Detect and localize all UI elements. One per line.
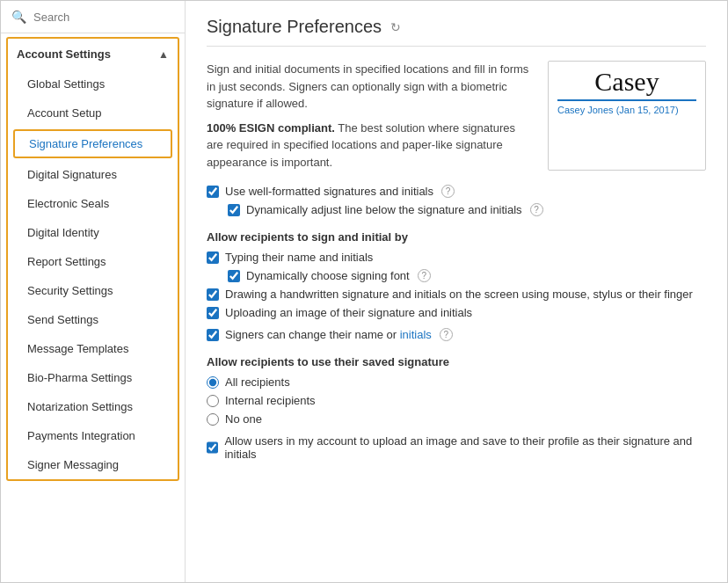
sidebar-item-account-setup[interactable]: Account Setup	[8, 98, 178, 128]
choose-font-row: Dynamically choose signing font ?	[228, 269, 706, 282]
internal-recipients-row: Internal recipients	[207, 394, 706, 407]
uploading-label: Uploading an image of their signature an…	[225, 306, 472, 319]
well-formatted-checkbox[interactable]	[207, 186, 219, 198]
account-settings-label: Account Settings	[17, 47, 111, 61]
drawing-checkbox[interactable]	[207, 288, 219, 301]
choose-font-label: Dynamically choose signing font	[246, 269, 410, 282]
all-recipients-label: All recipients	[225, 375, 290, 389]
sidebar-item-signature-preferences[interactable]: Signature Preferences	[13, 129, 172, 158]
change-name-row: Signers can change their name or initial…	[207, 328, 706, 341]
upload-image-checkbox[interactable]	[207, 441, 218, 454]
signature-name-label: Casey Jones (Jan 15, 2017)	[557, 105, 696, 115]
drawing-row: Drawing a handwritten signature and init…	[207, 288, 706, 301]
uploading-checkbox[interactable]	[207, 307, 219, 319]
upload-image-label: Allow users in my account to upload an i…	[224, 434, 706, 461]
typing-row: Typing their name and initials	[207, 251, 706, 264]
esign-note: 100% ESIGN compliant. The best solution …	[207, 120, 534, 171]
refresh-icon[interactable]: ↻	[390, 20, 401, 34]
sidebar-item-send-settings[interactable]: Send Settings	[8, 305, 178, 334]
initials-link[interactable]: initials	[400, 328, 432, 341]
no-one-label: No one	[225, 412, 262, 426]
sidebar-item-signer-messaging[interactable]: Signer Messaging	[8, 450, 178, 479]
sidebar-item-global-settings[interactable]: Global Settings	[8, 69, 178, 98]
typing-checkbox[interactable]	[207, 251, 219, 264]
change-name-checkbox[interactable]	[207, 329, 219, 341]
sidebar-item-digital-identity[interactable]: Digital Identity	[8, 218, 178, 247]
change-name-help-icon[interactable]: ?	[440, 328, 453, 341]
well-formatted-help-icon[interactable]: ?	[441, 185, 455, 198]
change-name-label: Signers can change their name or initial…	[225, 328, 432, 341]
adjust-line-label: Dynamically adjust line below the signat…	[246, 203, 522, 216]
sidebar-menu: Global Settings Account Setup Signature …	[8, 69, 178, 479]
intro-section: Sign and initial documents in specified …	[207, 61, 706, 171]
sidebar-item-electronic-seals[interactable]: Electronic Seals	[8, 189, 178, 218]
sidebar-item-digital-signatures[interactable]: Digital Signatures	[8, 160, 178, 189]
internal-recipients-label: Internal recipients	[225, 394, 316, 407]
page-title: Signature Preferences	[207, 17, 382, 37]
chevron-up-icon: ▲	[158, 48, 169, 61]
upload-image-row: Allow users in my account to upload an i…	[207, 434, 706, 461]
adjust-line-help-icon[interactable]: ?	[530, 203, 543, 216]
signature-image-display: Casey	[557, 67, 696, 101]
intro-paragraph: Sign and initial documents in specified …	[207, 61, 534, 113]
no-one-radio[interactable]	[207, 413, 219, 426]
sidebar-item-bio-pharma-settings[interactable]: Bio-Pharma Settings	[8, 363, 178, 392]
signature-preview: Casey Casey Jones (Jan 15, 2017)	[548, 61, 706, 171]
choose-font-help-icon[interactable]: ?	[418, 269, 431, 282]
choose-font-checkbox[interactable]	[228, 270, 240, 282]
saved-signature-heading: Allow recipients to use their saved sign…	[207, 355, 706, 368]
well-formatted-row: Use well-formatted signatures and initia…	[207, 185, 706, 198]
account-settings-section: Account Settings ▲ Global Settings Accou…	[6, 37, 179, 481]
search-icon: 🔍	[11, 10, 26, 24]
adjust-line-row: Dynamically adjust line below the signat…	[228, 203, 706, 216]
main-content: Signature Preferences ↻ Sign and initial…	[186, 1, 727, 582]
search-bar[interactable]: 🔍	[1, 1, 185, 33]
esign-note-bold: 100% ESIGN compliant.	[207, 121, 335, 135]
page-header: Signature Preferences ↻	[207, 17, 706, 47]
search-input[interactable]	[33, 11, 174, 24]
sidebar-item-security-settings[interactable]: Security Settings	[8, 276, 178, 305]
sidebar-item-message-templates[interactable]: Message Templates	[8, 334, 178, 363]
drawing-label: Drawing a handwritten signature and init…	[225, 288, 693, 301]
adjust-line-checkbox[interactable]	[228, 204, 240, 216]
all-recipients-radio[interactable]	[207, 376, 219, 389]
sidebar: 🔍 Account Settings ▲ Global Settings Acc…	[1, 1, 186, 582]
internal-recipients-radio[interactable]	[207, 395, 219, 407]
sidebar-item-payments-integration[interactable]: Payments Integration	[8, 421, 178, 450]
sidebar-item-report-settings[interactable]: Report Settings	[8, 247, 178, 276]
no-one-row: No one	[207, 412, 706, 426]
well-formatted-label: Use well-formatted signatures and initia…	[225, 185, 433, 198]
typing-label: Typing their name and initials	[225, 251, 373, 264]
uploading-row: Uploading an image of their signature an…	[207, 306, 706, 319]
sidebar-item-notarization-settings[interactable]: Notarization Settings	[8, 392, 178, 421]
account-settings-header[interactable]: Account Settings ▲	[8, 39, 178, 69]
allow-sign-heading: Allow recipients to sign and initial by	[207, 230, 706, 244]
intro-text: Sign and initial documents in specified …	[207, 61, 534, 171]
all-recipients-row: All recipients	[207, 375, 706, 389]
